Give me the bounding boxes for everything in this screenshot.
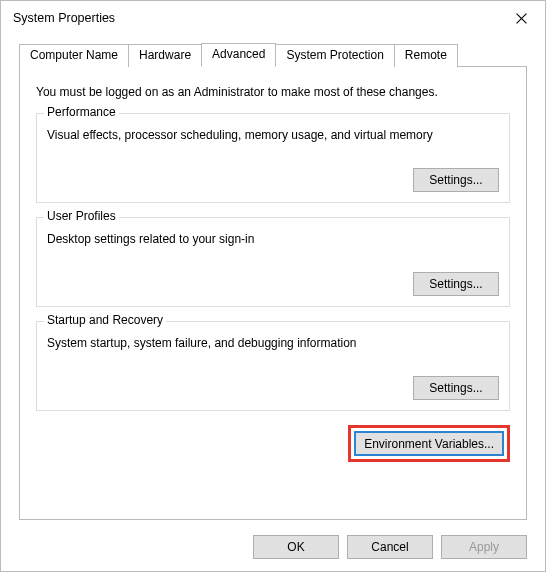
titlebar: System Properties [1,1,545,35]
window-title: System Properties [13,11,499,25]
group-user-profiles-label: User Profiles [44,209,119,223]
group-performance: Performance Visual effects, processor sc… [36,113,510,203]
tab-computer-name[interactable]: Computer Name [19,44,129,67]
close-button[interactable] [499,3,543,33]
performance-settings-button[interactable]: Settings... [413,168,499,192]
group-startup-recovery: Startup and Recovery System startup, sys… [36,321,510,411]
tabs-container: Computer Name Hardware Advanced System P… [19,43,527,520]
environment-variables-button[interactable]: Environment Variables... [354,431,504,456]
tab-remote[interactable]: Remote [394,44,458,67]
tab-advanced[interactable]: Advanced [201,43,276,67]
startup-recovery-settings-button[interactable]: Settings... [413,376,499,400]
content-area: Computer Name Hardware Advanced System P… [1,35,545,520]
ok-button[interactable]: OK [253,535,339,559]
group-user-profiles-desc: Desktop settings related to your sign-in [47,232,499,246]
group-performance-label: Performance [44,105,119,119]
group-user-profiles: User Profiles Desktop settings related t… [36,217,510,307]
env-button-row: Environment Variables... [36,425,510,462]
user-profiles-settings-button[interactable]: Settings... [413,272,499,296]
tab-hardware[interactable]: Hardware [128,44,202,67]
env-button-highlight: Environment Variables... [348,425,510,462]
group-performance-desc: Visual effects, processor scheduling, me… [47,128,499,142]
dialog-footer: OK Cancel Apply [253,535,527,559]
group-startup-recovery-desc: System startup, system failure, and debu… [47,336,499,350]
admin-note: You must be logged on as an Administrato… [36,85,510,99]
apply-button[interactable]: Apply [441,535,527,559]
tab-system-protection[interactable]: System Protection [275,44,394,67]
system-properties-window: System Properties Computer Name Hardware… [0,0,546,572]
group-startup-recovery-label: Startup and Recovery [44,313,166,327]
tab-strip: Computer Name Hardware Advanced System P… [19,43,527,66]
cancel-button[interactable]: Cancel [347,535,433,559]
close-icon [516,13,527,24]
tab-panel-advanced: You must be logged on as an Administrato… [19,66,527,520]
